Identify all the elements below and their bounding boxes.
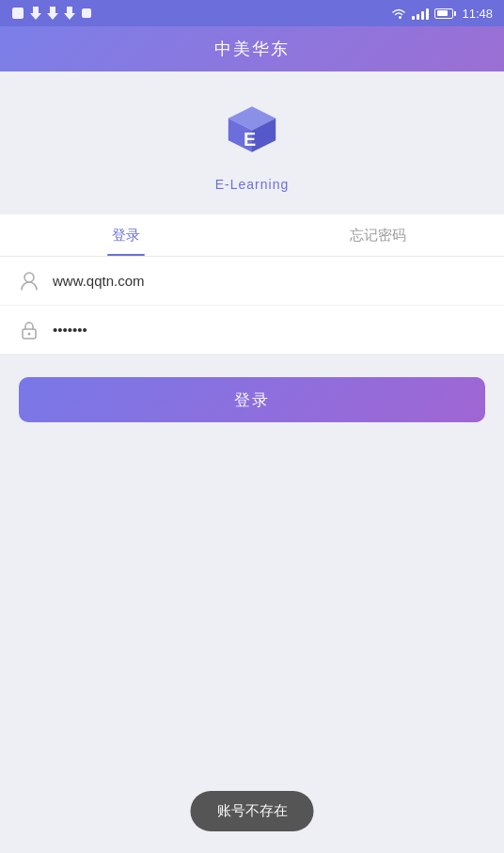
status-bar: 11:48 (0, 0, 504, 26)
status-bar-left (11, 7, 92, 20)
app-bar-title: 中美华东 (214, 38, 290, 60)
password-row (0, 306, 504, 355)
status-time: 11:48 (462, 7, 493, 21)
tab-forgot-password[interactable]: 忘记密码 (252, 214, 504, 256)
toast-message: 账号不存在 (191, 791, 314, 831)
status-bar-right: 11:48 (391, 7, 493, 21)
cube-svg: E (218, 100, 286, 167)
tab-bar: 登录 忘记密码 (0, 214, 504, 257)
signal-icon (412, 7, 429, 20)
svg-rect-1 (82, 8, 91, 18)
login-section: 登录 (0, 355, 504, 445)
logo-text: E-Learning (215, 177, 290, 192)
lock-icon (19, 320, 39, 340)
app-icon-2 (81, 8, 92, 19)
wifi-icon (391, 8, 406, 20)
logo-cube: E (218, 100, 286, 167)
battery-icon (434, 8, 456, 19)
app-icon-1 (11, 7, 24, 20)
svg-rect-0 (12, 8, 24, 19)
svg-text:E: E (244, 129, 256, 150)
login-button[interactable]: 登录 (19, 377, 485, 422)
logo-section: E E-Learning (0, 71, 504, 214)
user-icon (19, 271, 39, 292)
tab-login[interactable]: 登录 (0, 214, 252, 256)
download-icon-2 (47, 7, 58, 20)
svg-point-8 (28, 332, 31, 335)
username-input[interactable] (53, 273, 485, 289)
app-bar: 中美华东 (0, 26, 504, 71)
svg-point-6 (24, 273, 34, 282)
bottom-area: 账号不存在 (0, 445, 504, 853)
download-icon-1 (30, 7, 41, 20)
form-section (0, 257, 504, 355)
password-input[interactable] (53, 322, 485, 338)
username-row (0, 257, 504, 306)
download-icon-3 (64, 7, 75, 20)
